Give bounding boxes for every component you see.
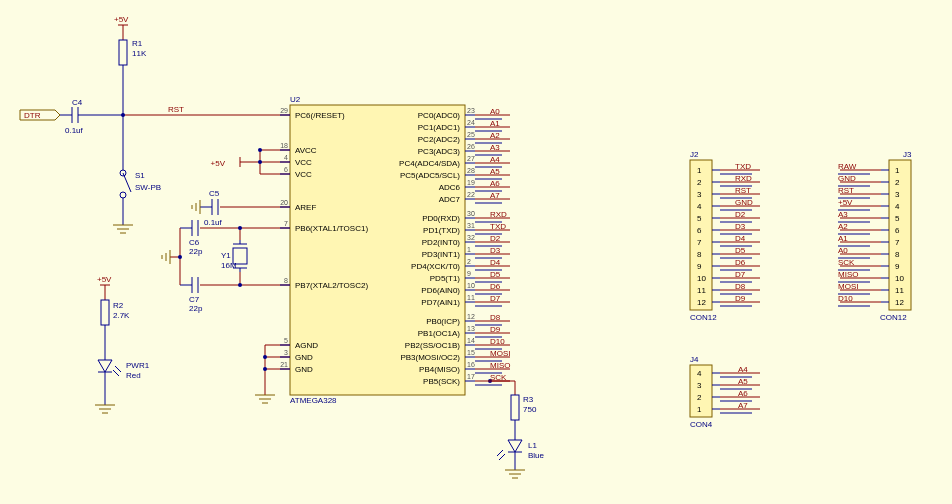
svg-text:24: 24 — [467, 119, 475, 126]
svg-text:17: 17 — [467, 373, 475, 380]
j4-connector: J4 CON4 — [690, 355, 713, 429]
svg-text:CON4: CON4 — [690, 420, 713, 429]
svg-text:2.7K: 2.7K — [113, 311, 130, 320]
svg-text:PB6(XTAL1/TOSC1): PB6(XTAL1/TOSC1) — [295, 224, 368, 233]
svg-text:1: 1 — [467, 246, 471, 253]
svg-text:PB2(SS/OC1B): PB2(SS/OC1B) — [405, 341, 460, 350]
svg-text:12: 12 — [697, 298, 706, 307]
svg-text:D10: D10 — [490, 337, 505, 346]
svg-text:A5: A5 — [490, 167, 500, 176]
power-led-section: +5V R2 2.7K PWR1 Red — [95, 275, 150, 413]
svg-line-113 — [497, 450, 503, 456]
svg-rect-30 — [101, 300, 109, 325]
svg-text:A2: A2 — [838, 222, 848, 231]
svg-text:D7: D7 — [490, 294, 501, 303]
svg-text:PD1(TXD): PD1(TXD) — [423, 226, 460, 235]
svg-text:20: 20 — [280, 199, 288, 206]
gnd-c5 — [192, 200, 200, 214]
svg-marker-34 — [98, 360, 112, 372]
c4-cap: C4 0.1uf — [60, 98, 123, 135]
r3-resistor: R3 750 — [511, 395, 537, 440]
svg-text:D9: D9 — [490, 325, 501, 334]
svg-line-20 — [123, 173, 131, 192]
svg-text:4: 4 — [697, 369, 702, 378]
svg-text:RXD: RXD — [735, 174, 752, 183]
svg-marker-110 — [508, 440, 522, 452]
svg-text:CON12: CON12 — [880, 313, 907, 322]
l1-led: L1 Blue — [497, 440, 545, 470]
svg-text:3: 3 — [284, 349, 288, 356]
svg-text:A2: A2 — [490, 131, 500, 140]
net-5v-r1: +5V — [114, 15, 129, 24]
svg-text:+5V: +5V — [211, 159, 226, 168]
svg-text:MOSI: MOSI — [490, 349, 510, 358]
svg-text:750: 750 — [523, 405, 537, 414]
svg-text:RAW: RAW — [838, 162, 857, 171]
svg-text:R3: R3 — [523, 395, 534, 404]
svg-text:PD2(INT0): PD2(INT0) — [422, 238, 461, 247]
svg-text:PD7(AIN1): PD7(AIN1) — [421, 298, 460, 307]
svg-text:11: 11 — [467, 294, 475, 301]
svg-text:+5V: +5V — [97, 275, 112, 284]
svg-text:ADC7: ADC7 — [439, 195, 461, 204]
svg-text:11K: 11K — [132, 49, 147, 58]
svg-rect-106 — [511, 395, 519, 420]
svg-text:11: 11 — [895, 286, 904, 295]
svg-text:A4: A4 — [490, 155, 500, 164]
svg-text:5: 5 — [895, 214, 900, 223]
svg-text:D4: D4 — [735, 234, 746, 243]
svg-text:19: 19 — [467, 179, 475, 186]
svg-text:D2: D2 — [735, 210, 746, 219]
svg-text:7: 7 — [284, 220, 288, 227]
svg-line-114 — [499, 454, 505, 460]
svg-text:5: 5 — [697, 214, 702, 223]
svg-text:14: 14 — [467, 337, 475, 344]
svg-text:A6: A6 — [738, 389, 748, 398]
svg-text:MISO: MISO — [490, 361, 510, 370]
svg-text:31: 31 — [467, 222, 475, 229]
svg-text:A0: A0 — [490, 107, 500, 116]
svg-text:D8: D8 — [490, 313, 501, 322]
svg-text:26: 26 — [467, 143, 475, 150]
svg-text:MOSI: MOSI — [838, 282, 858, 291]
svg-text:4: 4 — [284, 154, 288, 161]
svg-text:GND: GND — [295, 353, 313, 362]
svg-text:PC2(ADC2): PC2(ADC2) — [418, 135, 461, 144]
svg-text:S1: S1 — [135, 171, 145, 180]
net-rst: RST — [168, 105, 184, 114]
svg-text:6: 6 — [895, 226, 900, 235]
svg-text:D3: D3 — [735, 222, 746, 231]
svg-text:PB7(XTAL2/TOSC2): PB7(XTAL2/TOSC2) — [295, 281, 368, 290]
svg-point-98 — [263, 355, 267, 359]
svg-text:J4: J4 — [690, 355, 699, 364]
svg-text:A6: A6 — [490, 179, 500, 188]
svg-text:C6: C6 — [189, 238, 200, 247]
svg-line-37 — [113, 370, 119, 376]
sck-led-section: R3 750 L1 Blue — [488, 379, 545, 478]
svg-text:PWR1: PWR1 — [126, 361, 150, 370]
svg-text:7: 7 — [895, 238, 900, 247]
svg-text:PB3(MOSI/OC2): PB3(MOSI/OC2) — [400, 353, 460, 362]
svg-text:18: 18 — [280, 142, 288, 149]
svg-text:PD3(INT1): PD3(INT1) — [422, 250, 461, 259]
svg-text:A0: A0 — [838, 246, 848, 255]
svg-text:D5: D5 — [490, 270, 501, 279]
svg-text:C7: C7 — [189, 295, 200, 304]
svg-point-49 — [258, 160, 262, 164]
svg-rect-3 — [119, 40, 127, 65]
svg-text:D10: D10 — [838, 294, 853, 303]
aref-section: C5 0.1uf — [192, 189, 290, 227]
svg-text:11: 11 — [697, 286, 706, 295]
svg-text:ADC6: ADC6 — [439, 183, 461, 192]
svg-text:AGND: AGND — [295, 341, 318, 350]
svg-text:12: 12 — [895, 298, 904, 307]
svg-text:PC6(/RESET): PC6(/RESET) — [295, 111, 345, 120]
svg-text:R1: R1 — [132, 39, 143, 48]
y1-crystal: Y1 16M — [221, 240, 247, 272]
svg-text:AVCC: AVCC — [295, 146, 317, 155]
svg-text:10: 10 — [697, 274, 706, 283]
svg-text:SCK: SCK — [490, 373, 507, 382]
gnd-pwr — [95, 405, 115, 413]
svg-text:D6: D6 — [735, 258, 746, 267]
svg-point-90 — [178, 255, 182, 259]
